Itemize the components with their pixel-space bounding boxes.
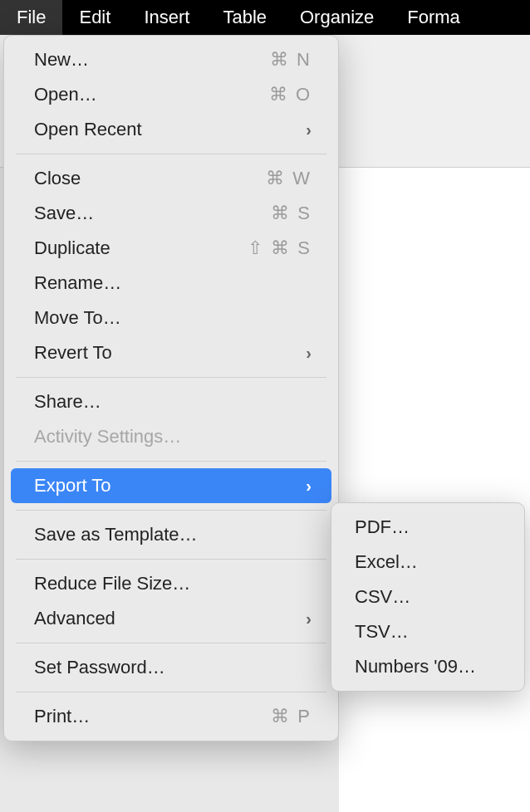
menu-item-save-as-template[interactable]: Save as Template… (11, 517, 331, 552)
menu-item-label: Share… (34, 391, 312, 413)
menu-item-label: Advanced (34, 608, 296, 629)
menu-item-rename[interactable]: Rename… (11, 266, 331, 301)
menubar-item-table[interactable]: Table (206, 0, 283, 35)
menubar-item-organize[interactable]: Organize (283, 0, 390, 35)
chevron-right-icon: › (306, 609, 312, 629)
menu-item-label: Rename… (34, 272, 312, 294)
menu-item-label: Open Recent (34, 119, 296, 140)
menu-item-shortcut: ⌘ N (270, 49, 312, 71)
document-background (339, 168, 530, 812)
menu-separator (16, 692, 326, 692)
menubar-item-file[interactable]: File (0, 0, 62, 35)
menu-item-label: Activity Settings… (34, 426, 312, 448)
menu-item-shortcut: ⌘ P (271, 706, 312, 727)
menu-item-label: Reduce File Size… (34, 573, 312, 594)
menu-item-print[interactable]: Print… ⌘ P (11, 699, 331, 734)
menu-item-label: Numbers '09… (355, 656, 503, 677)
export-to-submenu: PDF… Excel… CSV… TSV… Numbers '09… (331, 502, 525, 692)
menu-item-move-to[interactable]: Move To… (11, 301, 331, 335)
chevron-right-icon: › (306, 120, 312, 139)
menu-item-label: New… (34, 49, 260, 71)
menu-separator (16, 461, 326, 462)
menu-item-open-recent[interactable]: Open Recent › (11, 112, 331, 147)
submenu-item-csv[interactable]: CSV… (336, 580, 519, 614)
file-menu-dropdown: New… ⌘ N Open… ⌘ O Open Recent › Close ⌘… (3, 35, 339, 741)
menu-item-duplicate[interactable]: Duplicate ⇧ ⌘ S (11, 231, 331, 266)
menu-item-label: PDF… (355, 516, 503, 538)
menubar-item-format[interactable]: Forma (390, 0, 477, 35)
menubar-item-insert[interactable]: Insert (127, 0, 206, 35)
menu-item-new[interactable]: New… ⌘ N (11, 42, 331, 77)
menu-item-label: Excel… (355, 551, 503, 573)
menu-separator (16, 154, 326, 154)
menu-item-export-to[interactable]: Export To › (11, 468, 331, 503)
menu-item-activity-settings: Activity Settings… (11, 419, 331, 454)
menu-item-shortcut: ⌘ S (271, 203, 312, 224)
chevron-right-icon: › (306, 344, 312, 363)
menu-item-save[interactable]: Save… ⌘ S (11, 196, 331, 231)
submenu-item-tsv[interactable]: TSV… (336, 614, 519, 649)
submenu-item-pdf[interactable]: PDF… (336, 510, 519, 545)
menubar: File Edit Insert Table Organize Forma (0, 0, 530, 35)
submenu-item-numbers09[interactable]: Numbers '09… (336, 649, 519, 684)
menu-item-label: Revert To (34, 342, 296, 364)
menu-item-share[interactable]: Share… (11, 384, 331, 419)
menu-item-set-password[interactable]: Set Password… (11, 650, 331, 685)
menu-item-label: Set Password… (34, 657, 312, 678)
menu-item-label: Export To (34, 475, 296, 496)
menu-item-reduce-file-size[interactable]: Reduce File Size… (11, 566, 331, 601)
menu-item-open[interactable]: Open… ⌘ O (11, 77, 331, 112)
menu-item-label: Move To… (34, 307, 312, 329)
menu-separator (16, 377, 326, 378)
menu-item-label: Close (34, 168, 256, 189)
menu-item-label: Duplicate (34, 237, 238, 259)
menu-separator (16, 510, 326, 511)
menu-item-label: Save as Template… (34, 524, 312, 545)
menubar-item-edit[interactable]: Edit (62, 0, 127, 35)
chevron-right-icon: › (306, 477, 312, 496)
menu-item-shortcut: ⇧ ⌘ S (248, 237, 312, 259)
menu-separator (16, 559, 326, 560)
menu-item-shortcut: ⌘ O (269, 84, 312, 105)
menu-item-revert-to[interactable]: Revert To › (11, 335, 331, 370)
menu-item-advanced[interactable]: Advanced › (11, 601, 331, 636)
submenu-item-excel[interactable]: Excel… (336, 545, 519, 580)
menu-item-close[interactable]: Close ⌘ W (11, 161, 331, 196)
menu-separator (16, 643, 326, 643)
menu-item-label: CSV… (355, 586, 503, 608)
menu-item-label: Save… (34, 203, 261, 224)
menu-item-label: TSV… (355, 621, 503, 643)
menu-item-shortcut: ⌘ W (266, 168, 312, 189)
menu-item-label: Open… (34, 84, 259, 105)
menu-item-label: Print… (34, 706, 261, 727)
